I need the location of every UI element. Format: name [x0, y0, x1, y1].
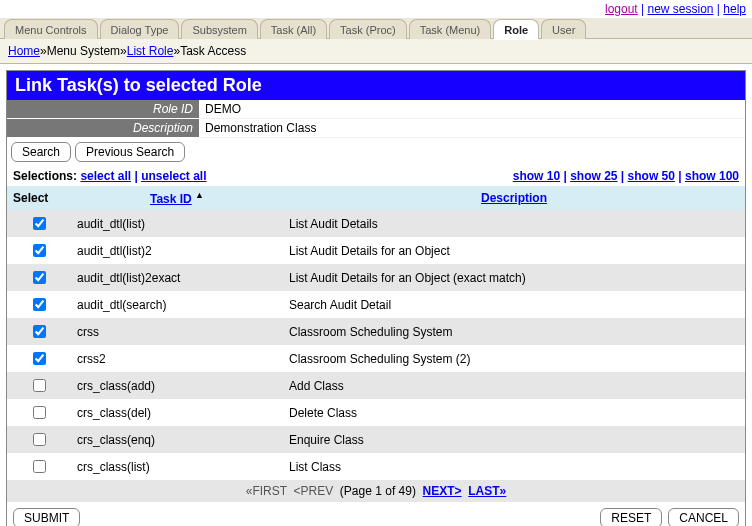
sort-task-id-link[interactable]: Task ID — [150, 192, 192, 206]
table-row: crs_class(list)List Class — [7, 453, 745, 480]
table-row: audit_dtl(list)2exactList Audit Details … — [7, 264, 745, 291]
task-id-cell: crs_class(add) — [71, 372, 283, 399]
role-id-label: Role ID — [7, 100, 199, 119]
show-10-link[interactable]: show 10 — [513, 169, 560, 183]
breadcrumb: Home»Menu System»List Role»Task Access — [0, 39, 752, 64]
task-id-cell: crs_class(enq) — [71, 426, 283, 453]
col-task-id[interactable]: Task ID ▲ — [71, 186, 283, 210]
pager-position: (Page 1 of 49) — [340, 484, 416, 498]
row-select-checkbox[interactable] — [33, 352, 46, 365]
pager-last[interactable]: LAST» — [468, 484, 506, 498]
submit-button[interactable]: SUBMIT — [13, 508, 80, 526]
row-select-checkbox[interactable] — [33, 379, 46, 392]
description-cell: List Audit Details for an Object — [283, 237, 745, 264]
role-id-value: DEMO — [199, 100, 745, 119]
table-row: crssClassroom Scheduling System — [7, 318, 745, 345]
tab-subsystem[interactable]: Subsystem — [181, 19, 257, 39]
task-id-cell: crs_class(del) — [71, 399, 283, 426]
task-id-cell: audit_dtl(list)2 — [71, 237, 283, 264]
description-cell: Classroom Scheduling System — [283, 318, 745, 345]
row-select-checkbox[interactable] — [33, 325, 46, 338]
row-select-checkbox[interactable] — [33, 217, 46, 230]
task-id-cell: crss2 — [71, 345, 283, 372]
task-id-cell: crss — [71, 318, 283, 345]
pager-prev: <PREV — [294, 484, 334, 498]
task-id-cell: audit_dtl(list)2exact — [71, 264, 283, 291]
description-cell: Delete Class — [283, 399, 745, 426]
tab-role[interactable]: Role — [493, 19, 539, 39]
row-select-checkbox[interactable] — [33, 406, 46, 419]
description-cell: Enquire Class — [283, 426, 745, 453]
pager-next[interactable]: NEXT> — [423, 484, 462, 498]
help-link[interactable]: help — [723, 2, 746, 16]
previous-search-button[interactable]: Previous Search — [75, 142, 185, 162]
top-links: logout | new session | help — [0, 0, 752, 18]
col-description[interactable]: Description — [283, 186, 745, 210]
row-select-checkbox[interactable] — [33, 244, 46, 257]
task-id-cell: crs_class(list) — [71, 453, 283, 480]
selection-bar: Selections: select all | unselect all sh… — [7, 166, 745, 186]
tab-menu-controls[interactable]: Menu Controls — [4, 19, 98, 39]
show-100-link[interactable]: show 100 — [685, 169, 739, 183]
unselect-all-link[interactable]: unselect all — [141, 169, 206, 183]
search-button[interactable]: Search — [11, 142, 71, 162]
table-row: crs_class(add)Add Class — [7, 372, 745, 399]
row-select-checkbox[interactable] — [33, 460, 46, 473]
breadcrumb-list-role[interactable]: List Role — [127, 44, 174, 58]
breadcrumb-seg: Task Access — [180, 44, 246, 58]
table-row: audit_dtl(list)List Audit Details — [7, 210, 745, 237]
row-select-checkbox[interactable] — [33, 298, 46, 311]
row-select-checkbox[interactable] — [33, 271, 46, 284]
breadcrumb-home[interactable]: Home — [8, 44, 40, 58]
table-row: audit_dtl(search)Search Audit Detail — [7, 291, 745, 318]
description-cell: List Class — [283, 453, 745, 480]
sort-description-link[interactable]: Description — [481, 191, 547, 205]
task-id-cell: audit_dtl(search) — [71, 291, 283, 318]
tab-bar: Menu ControlsDialog TypeSubsystemTask (A… — [0, 18, 752, 39]
description-cell: List Audit Details — [283, 210, 745, 237]
select-all-link[interactable]: select all — [80, 169, 131, 183]
tab-dialog-type[interactable]: Dialog Type — [100, 19, 180, 39]
description-value: Demonstration Class — [199, 119, 745, 138]
new-session-link[interactable]: new session — [647, 2, 713, 16]
task-id-cell: audit_dtl(list) — [71, 210, 283, 237]
table-row: crs_class(del)Delete Class — [7, 399, 745, 426]
description-cell: Search Audit Detail — [283, 291, 745, 318]
reset-button[interactable]: RESET — [600, 508, 662, 526]
show-50-link[interactable]: show 50 — [628, 169, 675, 183]
sort-asc-icon: ▲ — [195, 190, 204, 200]
col-select: Select — [7, 186, 71, 210]
logout-link[interactable]: logout — [605, 2, 638, 16]
table-row: crs_class(enq)Enquire Class — [7, 426, 745, 453]
selections-label: Selections: — [13, 169, 77, 183]
table-row: audit_dtl(list)2List Audit Details for a… — [7, 237, 745, 264]
description-cell: Add Class — [283, 372, 745, 399]
show-25-link[interactable]: show 25 — [570, 169, 617, 183]
cancel-button[interactable]: CANCEL — [668, 508, 739, 526]
pager: «FIRST <PREV (Page 1 of 49) NEXT> LAST» — [7, 480, 745, 502]
page-title: Link Task(s) to selected Role — [7, 71, 745, 100]
page-box: Link Task(s) to selected Role Role ID DE… — [6, 70, 746, 526]
task-table: Select Task ID ▲ Description audit_dtl(l… — [7, 186, 745, 480]
row-select-checkbox[interactable] — [33, 433, 46, 446]
pager-first: «FIRST — [246, 484, 287, 498]
tab-task-all-[interactable]: Task (All) — [260, 19, 327, 39]
tab-user[interactable]: User — [541, 19, 586, 39]
description-cell: Classroom Scheduling System (2) — [283, 345, 745, 372]
tab-task-proc-[interactable]: Task (Proc) — [329, 19, 407, 39]
table-row: crss2Classroom Scheduling System (2) — [7, 345, 745, 372]
description-cell: List Audit Details for an Object (exact … — [283, 264, 745, 291]
description-label: Description — [7, 119, 199, 138]
breadcrumb-seg: Menu System — [47, 44, 120, 58]
tab-task-menu-[interactable]: Task (Menu) — [409, 19, 492, 39]
